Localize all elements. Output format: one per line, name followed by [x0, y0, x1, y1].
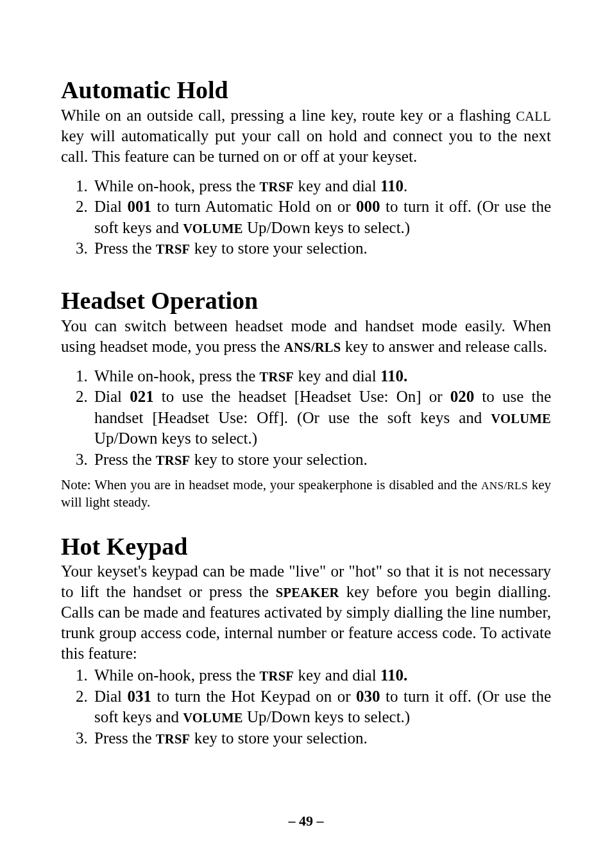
- step-list: While on-hook, press the TRSF key and di…: [61, 366, 551, 471]
- section-intro: You can switch between headset mode and …: [61, 316, 551, 357]
- section-heading: Automatic Hold: [61, 77, 551, 104]
- section-headset-operation: Headset Operation You can switch between…: [61, 288, 551, 512]
- section-note: Note: When you are in headset mode, your…: [61, 476, 551, 512]
- page-footer: – 49 –: [0, 813, 612, 829]
- step-list: While on-hook, press the TRSF key and di…: [61, 665, 551, 749]
- step-item: Press the TRSF key to store your selecti…: [92, 728, 551, 749]
- step-item: Press the TRSF key to store your selecti…: [92, 449, 551, 471]
- section-intro: Your keyset's keypad can be made "live" …: [61, 561, 551, 664]
- section-intro: While on an outside call, pressing a lin…: [61, 105, 551, 167]
- section-heading: Headset Operation: [61, 288, 551, 315]
- step-item: Dial 001 to turn Automatic Hold on or 00…: [92, 196, 551, 238]
- step-item: While on-hook, press the TRSF key and di…: [92, 176, 551, 197]
- section-gap: [61, 266, 551, 288]
- step-item: While on-hook, press the TRSF key and di…: [92, 366, 551, 387]
- section-heading: Hot Keypad: [61, 534, 551, 560]
- step-item: Dial 031 to turn the Hot Keypad on or 03…: [92, 686, 551, 728]
- step-list: While on-hook, press the TRSF key and di…: [61, 176, 551, 259]
- section-hot-keypad: Hot Keypad Your keyset's keypad can be m…: [61, 534, 551, 749]
- section-gap: [61, 512, 551, 534]
- step-item: Press the TRSF key to store your selecti…: [92, 238, 551, 259]
- step-item: While on-hook, press the TRSF key and di…: [92, 665, 551, 686]
- page-number: – 49 –: [289, 813, 324, 829]
- document-page: Automatic Hold While on an outside call,…: [0, 0, 612, 868]
- section-automatic-hold: Automatic Hold While on an outside call,…: [61, 77, 551, 259]
- step-item: Dial 021 to use the headset [Headset Use…: [92, 386, 551, 449]
